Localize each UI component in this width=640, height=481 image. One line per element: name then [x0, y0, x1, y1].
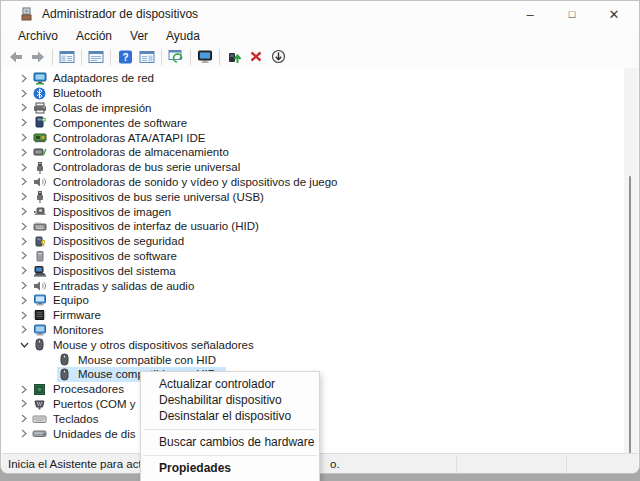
vertical-scrollbar[interactable]: [624, 68, 638, 453]
tree-item[interactable]: Dispositivos de software: [16, 249, 626, 264]
status-separator: [566, 456, 567, 473]
status-text-fragment: o.: [330, 458, 340, 470]
context-menu-item[interactable]: Buscar cambios de hardware: [141, 434, 319, 450]
tree-item[interactable]: Dispositivos de seguridad: [16, 234, 626, 249]
tree-item[interactable]: Mouse y otros dispositivos señaladores: [16, 337, 626, 352]
properties-icon[interactable]: [85, 47, 107, 67]
tree-item[interactable]: Procesadores: [16, 382, 626, 397]
tree-item[interactable]: Teclados: [16, 411, 626, 426]
context-menu-item[interactable]: Actualizar controlador: [141, 376, 319, 392]
chevron-right-icon[interactable]: [16, 148, 32, 157]
context-menu-item[interactable]: Deshabilitar dispositivo: [141, 392, 319, 408]
tree-item[interactable]: Colas de impresión: [16, 101, 626, 116]
tree-item-label: Bluetooth: [53, 87, 102, 99]
chevron-right-icon[interactable]: [16, 399, 32, 408]
chevron-right-icon[interactable]: [16, 237, 32, 246]
tree-item[interactable]: Dispositivos de imagen: [16, 204, 626, 219]
tree-item-label: Procesadores: [53, 383, 124, 395]
tree-item[interactable]: Entradas y salidas de audio: [16, 278, 626, 293]
context-menu-item[interactable]: Propiedades: [141, 460, 319, 476]
tree-item[interactable]: Puertos (COM y: [16, 397, 626, 412]
tree-item[interactable]: Adaptadores de red: [16, 71, 626, 86]
chevron-right-icon[interactable]: [16, 281, 32, 290]
tree-item-label: Controladoras ATA/ATAPI IDE: [53, 132, 206, 144]
disable-device-icon[interactable]: [267, 47, 289, 67]
chevron-right-icon[interactable]: [16, 89, 32, 98]
chevron-right-icon[interactable]: [16, 118, 32, 127]
help-icon[interactable]: ?: [114, 47, 136, 67]
scrollbar-thumb[interactable]: [629, 176, 631, 474]
tree-item[interactable]: Controladoras de almacenamiento: [16, 145, 626, 160]
imaging-device-icon: [32, 205, 47, 219]
tree-item-label: Firmware: [53, 309, 101, 321]
network-adapter-icon: [32, 71, 47, 85]
minimize-button[interactable]: –: [509, 1, 551, 27]
chevron-right-icon[interactable]: [16, 103, 32, 112]
tree-item[interactable]: Componentes de software: [16, 115, 626, 130]
chevron-right-icon[interactable]: [16, 133, 32, 142]
mouse-icon: [57, 353, 72, 367]
device-manager-icon: [18, 6, 34, 22]
toolbar-separator: [219, 49, 220, 65]
caption-buttons: –□✕: [509, 1, 635, 27]
back-icon[interactable]: [5, 47, 27, 67]
menu-accin[interactable]: Acción: [67, 28, 121, 45]
chevron-right-icon[interactable]: [16, 296, 32, 305]
mouse-icon: [32, 338, 47, 352]
toolbar-separator: [52, 49, 53, 65]
chevron-down-icon[interactable]: [16, 341, 32, 349]
action-pane-icon[interactable]: [136, 47, 158, 67]
tree-item[interactable]: Unidades de dis: [16, 426, 626, 441]
tree-item[interactable]: Dispositivos del sistema: [16, 263, 626, 278]
enable-device-icon[interactable]: [223, 47, 245, 67]
tree-item[interactable]: Dispositivos de interfaz de usuario (HID…: [16, 219, 626, 234]
menu-archivo[interactable]: Archivo: [9, 28, 67, 45]
toolbar: ?: [1, 45, 639, 69]
tree-item[interactable]: Controladoras ATA/ATAPI IDE: [16, 130, 626, 145]
toolbar-separator: [110, 49, 111, 65]
mouse-icon: [57, 367, 72, 381]
tree-item-label: Dispositivos de interfaz de usuario (HID…: [53, 220, 259, 232]
menu-ver[interactable]: Ver: [121, 28, 157, 45]
tree-item[interactable]: Monitores: [16, 323, 626, 338]
chevron-right-icon[interactable]: [16, 74, 32, 83]
tree-item[interactable]: Firmware: [16, 308, 626, 323]
context-menu-item[interactable]: Desinstalar el dispositivo: [141, 408, 319, 424]
chevron-right-icon[interactable]: [16, 222, 32, 231]
chevron-right-icon[interactable]: [16, 207, 32, 216]
context-menu-separator: [141, 450, 319, 460]
tree-item[interactable]: Controladoras de sonido y vídeo y dispos…: [16, 175, 626, 190]
scan-hardware-changes-icon[interactable]: [165, 47, 187, 67]
tree-item-label: Puertos (COM y: [53, 398, 135, 410]
bluetooth-icon: [32, 86, 47, 100]
chevron-right-icon[interactable]: [16, 325, 32, 334]
tree-item[interactable]: Equipo: [16, 293, 626, 308]
chevron-right-icon[interactable]: [16, 414, 32, 423]
tree-item[interactable]: Controladoras de bus serie universal: [16, 160, 626, 175]
chevron-right-icon[interactable]: [16, 385, 32, 394]
tree-item-label: Dispositivos de bus serie universal (USB…: [53, 191, 264, 203]
close-button[interactable]: ✕: [593, 1, 635, 27]
chevron-right-icon[interactable]: [16, 192, 32, 201]
tree-item-label: Unidades de dis: [53, 428, 135, 440]
maximize-button[interactable]: □: [551, 1, 593, 27]
tree-item[interactable]: Mouse compatible con HID: [41, 352, 626, 367]
tree-item[interactable]: Bluetooth: [16, 86, 626, 101]
tree-item-label: Componentes de software: [53, 117, 187, 129]
remote-computer-icon[interactable]: [194, 47, 216, 67]
chevron-right-icon[interactable]: [16, 251, 32, 260]
tree-item[interactable]: Dispositivos de bus serie universal (USB…: [16, 189, 626, 204]
forward-icon[interactable]: [27, 47, 49, 67]
tree-item-label: Mouse y otros dispositivos señaladores: [53, 339, 254, 351]
console-tree-icon[interactable]: [56, 47, 78, 67]
menu-ayuda[interactable]: Ayuda: [157, 28, 209, 45]
chevron-right-icon[interactable]: [16, 177, 32, 186]
chevron-right-icon[interactable]: [16, 311, 32, 320]
uninstall-device-icon[interactable]: [245, 47, 267, 67]
firmware-icon: [32, 308, 47, 322]
chevron-right-icon[interactable]: [16, 163, 32, 172]
keyboard-icon: [32, 412, 47, 426]
chevron-right-icon[interactable]: [16, 266, 32, 275]
chevron-right-icon[interactable]: [16, 429, 32, 438]
tree-item[interactable]: Mouse compatible con HID: [41, 367, 626, 382]
